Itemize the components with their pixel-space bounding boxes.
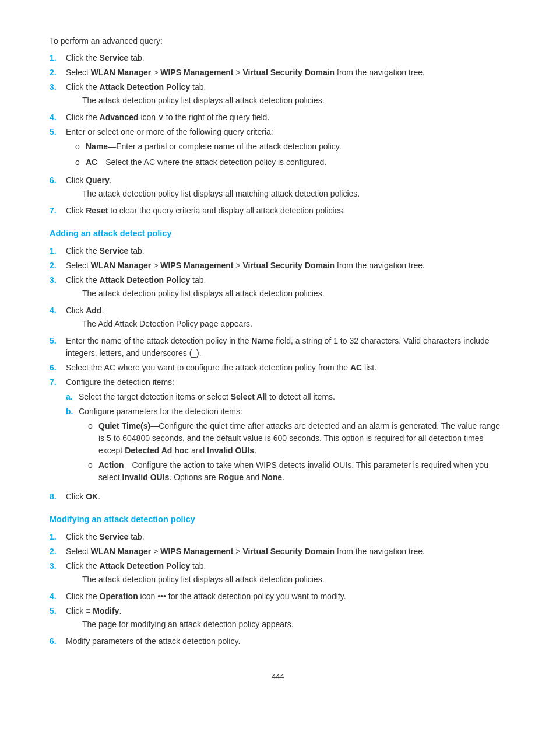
list-item: 7.Configure the detection items:a.Select…: [50, 376, 506, 488]
step-number: 2.: [50, 260, 66, 272]
alpha-item: b.Configure parameters for the detection…: [66, 405, 506, 486]
adding-list: 1.Click the Service tab.2.Select WLAN Ma…: [50, 245, 506, 503]
step-continuation: The Add Attack Detection Policy page app…: [82, 318, 506, 330]
step-number: 8.: [50, 491, 66, 503]
step-content: Click the Service tab.: [66, 245, 506, 257]
alpha-label: b.: [66, 405, 79, 486]
list-item: 2.Select WLAN Manager > WIPS Management …: [50, 66, 506, 79]
step-content: Click Add.The Add Attack Detection Polic…: [66, 304, 506, 332]
step-content: Click the Attack Detection Policy tab.Th…: [66, 81, 506, 109]
step-content: Click ≡ Modify.The page for modifying an…: [66, 605, 506, 633]
step-number: 6.: [50, 635, 66, 648]
step-content: Select WLAN Manager > WIPS Management > …: [66, 545, 506, 558]
advanced-query-list: 1.Click the Service tab.2.Select WLAN Ma…: [50, 52, 506, 217]
step-content: Click the Service tab.: [66, 531, 506, 543]
list-item: 2.Select WLAN Manager > WIPS Management …: [50, 545, 506, 558]
list-item: 5.Enter or select one or more of the fol…: [50, 126, 506, 172]
list-item: 7.Click Reset to clear the query criteri…: [50, 205, 506, 217]
list-item: 3.Click the Attack Detection Policy tab.…: [50, 560, 506, 588]
list-item: 4.Click the Operation icon ••• for the a…: [50, 590, 506, 603]
step-number: 3.: [50, 274, 66, 302]
list-item: 6.Click Query.The attack detection polic…: [50, 174, 506, 202]
step-number: 1.: [50, 531, 66, 543]
step-content: Modify parameters of the attack detectio…: [66, 635, 506, 648]
list-item: 3.Click the Attack Detection Policy tab.…: [50, 274, 506, 302]
section-adding-heading: Adding an attack detect policy: [50, 228, 506, 240]
list-item: 6.Select the AC where you want to config…: [50, 362, 506, 374]
step-continuation: The attack detection policy list display…: [82, 288, 506, 300]
alpha-label: a.: [66, 391, 79, 403]
step-content: Click Query.The attack detection policy …: [66, 174, 506, 202]
step-number: 6.: [50, 174, 66, 202]
step-content: Click the Attack Detection Policy tab.Th…: [66, 560, 506, 588]
step-content: Select the AC where you want to configur…: [66, 362, 506, 374]
step-number: 2.: [50, 66, 66, 79]
step-number: 5.: [50, 126, 66, 172]
step-content: Click the Advanced icon ∨ to the right o…: [66, 111, 506, 124]
step-continuation: The attack detection policy list display…: [82, 573, 506, 586]
list-item: 4.Click the Advanced icon ∨ to the right…: [50, 111, 506, 124]
step-number: 7.: [50, 205, 66, 217]
sub-item: o Quiet Time(s)—Configure the quiet time…: [88, 420, 506, 457]
step-number: 4.: [50, 590, 66, 603]
circle-bullet-icon: o: [88, 459, 98, 484]
sub-item: o AC—Select the AC where the attack dete…: [75, 156, 506, 169]
page: To perform an advanced query: 1.Click th…: [0, 0, 556, 756]
list-item: 2.Select WLAN Manager > WIPS Management …: [50, 260, 506, 272]
step-content: Select WLAN Manager > WIPS Management > …: [66, 66, 506, 79]
sub-item: o Name—Enter a partial or complete name …: [75, 141, 506, 153]
step-number: 4.: [50, 111, 66, 124]
step-continuation: The page for modifying an attack detecti…: [82, 618, 506, 631]
list-item: 5.Enter the name of the attack detection…: [50, 335, 506, 359]
step-number: 3.: [50, 560, 66, 588]
step-content: Select WLAN Manager > WIPS Management > …: [66, 260, 506, 272]
list-item: 1.Click the Service tab.: [50, 531, 506, 543]
step-content: Click OK.: [66, 491, 506, 503]
circle-bullet-icon: o: [75, 141, 86, 153]
step-content: Click Reset to clear the query criteria …: [66, 205, 506, 217]
step-number: 6.: [50, 362, 66, 374]
step-number: 2.: [50, 545, 66, 558]
step-continuation: The attack detection policy list display…: [82, 94, 506, 107]
circle-bullet-icon: o: [75, 156, 86, 169]
step-number: 5.: [50, 605, 66, 633]
list-item: 1.Click the Service tab.: [50, 245, 506, 257]
step-number: 1.: [50, 52, 66, 64]
step-number: 5.: [50, 335, 66, 359]
step-number: 3.: [50, 81, 66, 109]
step-content: Click the Service tab.: [66, 52, 506, 64]
step-number: 4.: [50, 304, 66, 332]
step-content: Click the Attack Detection Policy tab.Th…: [66, 274, 506, 302]
step-content: Configure the detection items:a.Select t…: [66, 376, 506, 488]
circle-bullet-icon: o: [88, 420, 98, 457]
step-content: Click the Operation icon ••• for the att…: [66, 590, 506, 603]
step-number: 1.: [50, 245, 66, 257]
list-item: 3.Click the Attack Detection Policy tab.…: [50, 81, 506, 109]
step-content: Enter or select one or more of the follo…: [66, 126, 506, 172]
list-item: 8.Click OK.: [50, 491, 506, 503]
step-content: Enter the name of the attack detection p…: [66, 335, 506, 359]
list-item: 4.Click Add.The Add Attack Detection Pol…: [50, 304, 506, 332]
list-item: 5.Click ≡ Modify.The page for modifying …: [50, 605, 506, 633]
step-continuation: The attack detection policy list display…: [82, 188, 506, 200]
sub-item: o Action—Configure the action to take wh…: [88, 459, 506, 484]
section-modifying-heading: Modifying an attack detection policy: [50, 513, 506, 526]
list-item: 6.Modify parameters of the attack detect…: [50, 635, 506, 648]
intro-text: To perform an advanced query:: [50, 35, 506, 47]
page-number: 444: [50, 671, 506, 682]
list-item: 1.Click the Service tab.: [50, 52, 506, 64]
alpha-item: a.Select the target detection items or s…: [66, 391, 506, 403]
modifying-list: 1.Click the Service tab.2.Select WLAN Ma…: [50, 531, 506, 648]
step-number: 7.: [50, 376, 66, 488]
